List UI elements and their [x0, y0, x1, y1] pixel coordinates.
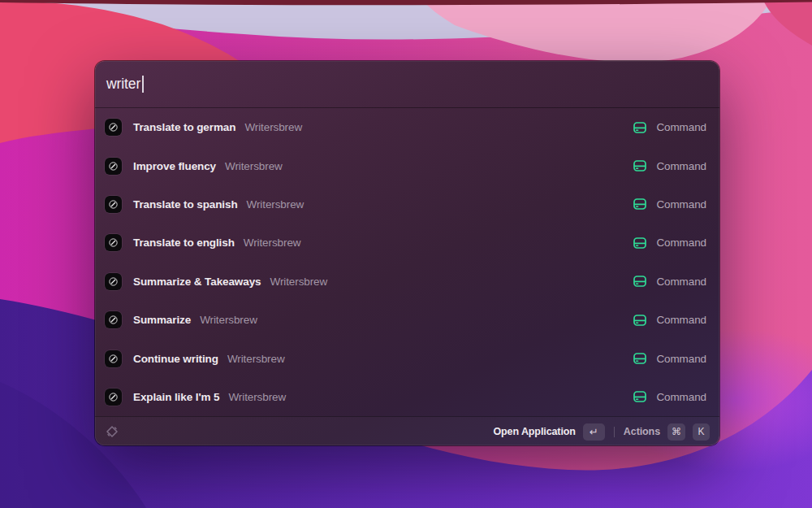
result-app-name: Writersbrew — [225, 160, 283, 172]
actions-label: Actions — [624, 426, 660, 437]
result-app-name: Writersbrew — [244, 237, 301, 249]
command-disk-icon — [633, 313, 647, 328]
writersbrew-app-icon — [105, 196, 122, 213]
desktop: writer Translate to german Writersbrew C… — [0, 0, 812, 508]
result-title: Translate to german — [133, 121, 235, 133]
result-type-label: Command — [656, 353, 706, 365]
result-type-label: Command — [656, 237, 706, 249]
result-row-summarize[interactable]: Summarize Writersbrew Command — [95, 301, 719, 339]
result-type-label: Command — [656, 391, 706, 403]
command-disk-icon — [633, 274, 647, 289]
result-app-name: Writersbrew — [270, 276, 327, 288]
command-disk-icon — [633, 236, 647, 250]
result-title: Translate to english — [133, 237, 235, 249]
result-row-translate-to-german[interactable]: Translate to german Writersbrew Command — [95, 108, 719, 146]
result-row-improve-fluency[interactable]: Improve fluency Writersbrew Command — [95, 146, 719, 185]
command-key-icon: ⌘ — [667, 423, 685, 441]
result-title: Improve fluency — [133, 160, 216, 172]
primary-action-label: Open Application — [493, 426, 575, 437]
command-disk-icon — [633, 197, 647, 211]
result-app-name: Writersbrew — [228, 391, 286, 403]
search-query-text: writer — [106, 76, 140, 93]
result-title: Translate to spanish — [133, 198, 238, 211]
open-application-button[interactable]: Open Application ↵ — [493, 423, 604, 441]
result-type-label: Command — [656, 276, 706, 288]
writersbrew-app-icon — [105, 389, 122, 406]
command-disk-icon — [633, 389, 647, 404]
result-title: Summarize — [133, 314, 191, 326]
result-row-explain-like-im-5[interactable]: Explain like I'm 5 Writersbrew Command — [95, 378, 719, 416]
result-app-name: Writersbrew — [227, 353, 285, 365]
result-type-label: Command — [656, 198, 706, 211]
launcher-window: writer Translate to german Writersbrew C… — [95, 61, 719, 445]
k-key-icon: K — [693, 423, 710, 441]
result-type-label: Command — [656, 314, 706, 326]
writersbrew-app-icon — [105, 234, 122, 251]
writersbrew-app-icon — [105, 273, 122, 290]
result-app-name: Writersbrew — [247, 198, 304, 211]
result-type-label: Command — [656, 160, 706, 172]
writersbrew-app-icon — [105, 158, 122, 175]
actions-menu-button[interactable]: Actions ⌘ K — [624, 423, 710, 441]
writersbrew-app-icon — [105, 350, 122, 367]
results-list: Translate to german Writersbrew Command … — [95, 108, 719, 416]
result-app-name: Writersbrew — [244, 121, 302, 133]
search-input[interactable]: writer — [95, 61, 719, 108]
result-type-label: Command — [656, 121, 706, 133]
action-bar: Open Application ↵ Actions ⌘ K — [95, 416, 719, 445]
writersbrew-app-icon — [105, 119, 122, 136]
command-disk-icon — [633, 158, 647, 173]
result-row-translate-to-spanish[interactable]: Translate to spanish Writersbrew Command — [95, 185, 719, 224]
result-row-translate-to-english[interactable]: Translate to english Writersbrew Command — [95, 224, 719, 262]
raycast-logo-icon — [105, 424, 119, 439]
command-disk-icon — [633, 351, 647, 366]
result-app-name: Writersbrew — [200, 314, 257, 326]
footer-divider — [614, 427, 615, 437]
text-caret — [142, 76, 144, 93]
result-title: Summarize & Takeaways — [133, 276, 261, 288]
writersbrew-app-icon — [105, 311, 122, 328]
result-title: Continue writing — [133, 353, 218, 365]
result-row-summarize-takeaways[interactable]: Summarize & Takeaways Writersbrew Comman… — [95, 263, 719, 301]
return-key-icon: ↵ — [583, 423, 605, 441]
command-disk-icon — [633, 120, 647, 135]
result-row-continue-writing[interactable]: Continue writing Writersbrew Command — [95, 339, 719, 377]
result-title: Explain like I'm 5 — [133, 391, 219, 403]
